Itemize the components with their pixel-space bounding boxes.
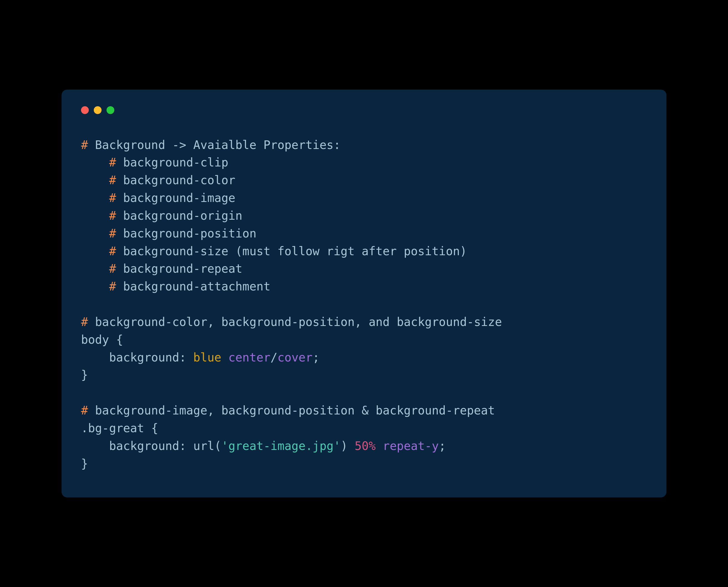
minimize-icon[interactable] (94, 106, 101, 114)
indent (81, 227, 109, 240)
indent (81, 191, 109, 205)
indent (81, 156, 109, 169)
comment-hash: # (81, 404, 88, 417)
brace: { (151, 421, 158, 435)
css-function: ) (341, 439, 355, 453)
comment-hash: # (109, 173, 116, 187)
comment-hash: # (81, 138, 88, 152)
comment-hash: # (109, 191, 116, 205)
css-value: center (228, 351, 271, 364)
space (376, 439, 382, 453)
indent (81, 439, 109, 453)
indent (81, 209, 109, 222)
css-function: url( (193, 439, 221, 453)
brace: } (81, 457, 88, 470)
css-number: 50% (355, 439, 376, 453)
semicolon: ; (439, 439, 446, 453)
comment-hash: # (109, 280, 116, 293)
indent (81, 280, 109, 293)
css-value: repeat-y (382, 439, 439, 453)
comment-text: background-position (116, 227, 256, 240)
comment-text: background-size (must follow rigt after … (116, 244, 467, 258)
brace: } (81, 368, 88, 382)
indent (81, 351, 109, 364)
comment-hash: # (109, 209, 116, 222)
comment-hash: # (109, 156, 116, 169)
slash: / (271, 351, 278, 364)
brace: { (116, 333, 123, 347)
comment-text: background-color (116, 173, 235, 187)
indent (81, 262, 109, 276)
css-selector: body (81, 333, 116, 347)
comment-hash: # (109, 244, 116, 258)
comment-hash: # (109, 227, 116, 240)
semicolon: ; (313, 351, 320, 364)
indent (81, 244, 109, 258)
css-value: blue (193, 351, 221, 364)
code-window: # Background -> Avaialble Properties: # … (62, 90, 666, 498)
code-block: # Background -> Avaialble Properties: # … (81, 136, 647, 473)
css-property: background: (109, 439, 193, 453)
comment-text: background-image, background-position & … (88, 404, 495, 417)
css-value: cover (278, 351, 312, 364)
css-property: background: (109, 351, 193, 364)
comment-text: Background -> Avaialble Properties: (88, 138, 340, 152)
indent (81, 173, 109, 187)
space (221, 351, 228, 364)
css-string: 'great-image.jpg' (221, 439, 341, 453)
window-titlebar (81, 106, 647, 114)
comment-text: background-color, background-position, a… (88, 315, 502, 329)
comment-hash: # (109, 262, 116, 276)
comment-text: background-origin (116, 209, 242, 222)
comment-text: background-attachment (116, 280, 270, 293)
css-selector: .bg-great (81, 421, 151, 435)
comment-text: background-repeat (116, 262, 242, 276)
comment-text: background-clip (116, 156, 228, 169)
close-icon[interactable] (81, 106, 89, 114)
maximize-icon[interactable] (107, 106, 114, 114)
comment-hash: # (81, 315, 88, 329)
comment-text: background-image (116, 191, 235, 205)
